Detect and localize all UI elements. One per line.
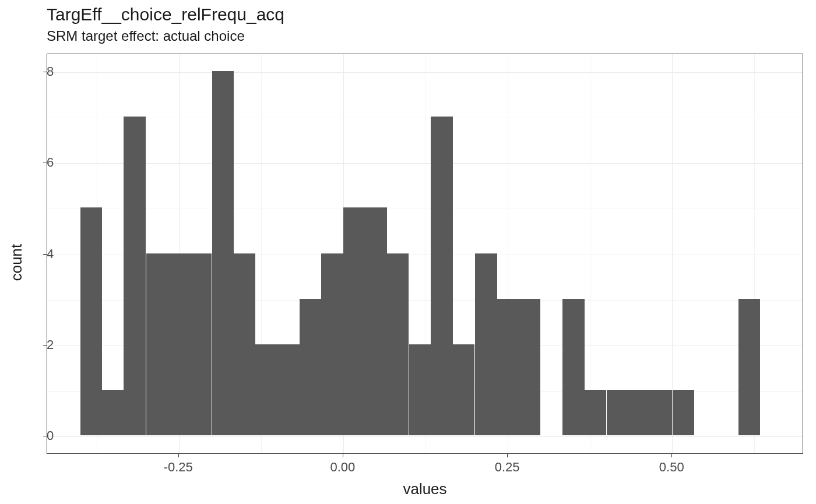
histogram-bar: [387, 253, 409, 435]
histogram-bar: [628, 390, 650, 435]
histogram-bar: [453, 344, 475, 435]
x-axis-tick-label: 0.00: [330, 460, 355, 475]
chart-title: TargEff__choice_relFrequ_acq: [47, 5, 284, 24]
y-axis-title: count: [8, 244, 26, 281]
x-axis-tick-label: 0.50: [659, 460, 684, 475]
chart-subtitle: SRM target effect: actual choice: [47, 28, 245, 44]
histogram-bar: [168, 253, 190, 435]
histogram-bar: [584, 390, 606, 435]
x-axis-title: values: [403, 480, 446, 498]
grid-minor-horizontal: [47, 118, 803, 118]
histogram-bar: [409, 344, 431, 435]
chart-container: TargEff__choice_relFrequ_acq SRM target …: [0, 0, 816, 504]
histogram-bar: [343, 207, 365, 435]
histogram-bar: [650, 390, 672, 435]
grid-major-horizontal: [47, 436, 803, 437]
histogram-bar: [146, 253, 168, 435]
histogram-bar: [80, 207, 103, 435]
grid-major-horizontal: [47, 72, 803, 73]
histogram-bar: [738, 299, 761, 435]
histogram-bar: [255, 344, 277, 435]
histogram-bar: [321, 253, 343, 435]
histogram-bar: [300, 299, 322, 435]
x-axis-tick: [343, 454, 343, 457]
x-axis-tick: [671, 454, 672, 457]
histogram-bar: [277, 344, 300, 435]
histogram-bar: [497, 299, 519, 435]
histogram-bar: [234, 253, 256, 435]
histogram-bar: [124, 117, 146, 435]
x-axis-tick: [507, 454, 508, 457]
histogram-bar: [431, 117, 453, 435]
histogram-bar: [102, 390, 124, 435]
x-axis-tick-label: -0.25: [164, 460, 193, 475]
histogram-bar: [519, 299, 541, 435]
x-axis-tick: [178, 454, 179, 457]
histogram-bar: [673, 390, 695, 435]
histogram-bar: [562, 299, 585, 435]
histogram-bar: [475, 253, 497, 435]
grid-minor-horizontal: [47, 209, 803, 209]
histogram-bar: [607, 390, 629, 435]
x-axis-tick-label: 0.25: [495, 460, 520, 475]
histogram-bar: [365, 207, 388, 435]
histogram-bar: [212, 71, 234, 435]
grid-major-horizontal: [47, 163, 803, 164]
histogram-bar: [189, 253, 212, 435]
plot-panel: [47, 54, 803, 454]
